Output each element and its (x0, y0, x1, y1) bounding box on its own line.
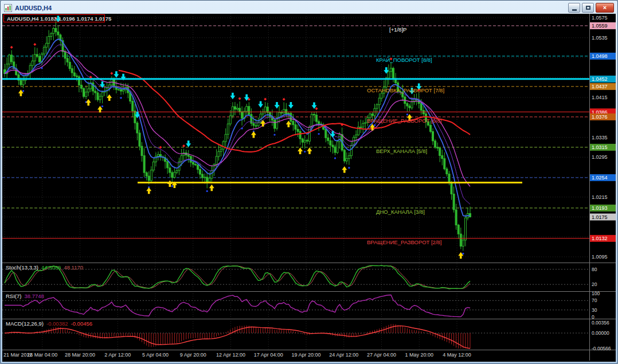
svg-text:1 May 20:00: 1 May 20:00 (405, 352, 433, 358)
svg-text:28 Mar 20:00: 28 Mar 20:00 (65, 352, 95, 358)
svg-text:0.00356: 0.00356 (592, 320, 609, 326)
svg-text:Stoch(13,3,3)44.308948.1170: Stoch(13,3,3)44.308948.1170 (6, 264, 83, 271)
svg-text:1.0415: 1.0415 (592, 95, 608, 100)
svg-text:1.0193: 1.0193 (592, 205, 608, 211)
close-button[interactable]: × (596, 3, 614, 13)
svg-text:КРАЙ_ПОВОРОТ [8/8]: КРАЙ_ПОВОРОТ [8/8] (376, 57, 432, 63)
svg-text:1.0437: 1.0437 (592, 84, 608, 89)
window-controls: × (566, 3, 614, 13)
symbol-info: AUDUSD,H4 1.0182 1.0196 1.0174 1.0175 (4, 15, 112, 22)
fractal-low-dot (171, 185, 173, 187)
svg-text:17 Apr 04:00: 17 Apr 04:00 (254, 352, 283, 358)
svg-text:-0.00566: -0.00566 (592, 346, 611, 351)
svg-text:5 Apr 04:00: 5 Apr 04:00 (142, 352, 169, 358)
window-title: AUDUSD,H4 (15, 5, 52, 11)
svg-text:19 Apr 20:00: 19 Apr 20:00 (291, 352, 320, 358)
chart-icon (4, 4, 12, 12)
svg-text:1.0315: 1.0315 (592, 144, 608, 150)
svg-text:1.0215: 1.0215 (592, 194, 608, 200)
restore-icon (586, 6, 590, 10)
svg-text:ОСТАНОВКА_РАЗВОРОТ [7/8]: ОСТАНОВКА_РАЗВОРОТ [7/8] (367, 87, 444, 93)
svg-text:24 Apr 12:00: 24 Apr 12:00 (329, 352, 358, 358)
fractal-low-dot (348, 167, 350, 169)
fractal-low-dot (318, 133, 319, 135)
svg-text:100: 100 (592, 291, 600, 296)
svg-text:0.00000: 0.00000 (592, 330, 609, 336)
svg-text:2 Apr 12:00: 2 Apr 12:00 (104, 352, 131, 358)
svg-text:AUDUSD,H4 1.0182 1.0196 1.0174: AUDUSD,H4 1.0182 1.0196 1.0174 1.0175 (7, 15, 112, 22)
fractal-low-dot (304, 151, 306, 152)
svg-text:RSI(7)38.7748: RSI(7)38.7748 (6, 293, 44, 299)
svg-text:26 Mar 04:00: 26 Mar 04:00 (27, 352, 57, 358)
svg-text:MACD(12,26,9)-0.00382-0.00456: MACD(12,26,9)-0.00382-0.00456 (6, 320, 92, 327)
fractal-low-dot (206, 190, 208, 192)
svg-text:1.0132: 1.0132 (592, 236, 608, 241)
restore-button[interactable] (582, 3, 594, 13)
svg-text:0: 0 (592, 314, 594, 320)
svg-text:1.0254: 1.0254 (592, 175, 608, 181)
fractal-low-dot (241, 127, 242, 129)
fractal-low-dot (374, 124, 376, 126)
fractal-low-dot (462, 253, 464, 255)
fractal-low-dot (41, 67, 42, 69)
minimize-icon (572, 9, 577, 11)
fractal-low-dot (273, 134, 275, 135)
svg-text:1.0335: 1.0335 (592, 135, 608, 140)
svg-text:ВЕРХ_КАНАЛА [5/8]: ВЕРХ_КАНАЛА [5/8] (376, 148, 427, 154)
mt4-chart-window: AUDUSD,H4 × AUDUSD,H4 1.0182 1.0196 1.01… (0, 0, 618, 364)
svg-text:1.0498: 1.0498 (592, 53, 608, 59)
svg-text:27 Apr 04:00: 27 Apr 04:00 (367, 352, 396, 358)
fractal-low-dot (22, 90, 24, 92)
svg-text:30: 30 (592, 307, 597, 313)
svg-text:1.0535: 1.0535 (592, 35, 608, 41)
svg-text:ВРАЩЕНИЕ_РАЗВОРОТ [2/8]: ВРАЩЕНИЕ_РАЗВОРОТ [2/8] (367, 239, 441, 245)
svg-text:9 Apr 20:00: 9 Apr 20:00 (180, 352, 206, 358)
fractal-low-dot (334, 157, 336, 159)
chart-canvas[interactable]: AUDUSD,H4 1.0182 1.0196 1.0174 1.0175[+1… (2, 14, 616, 361)
svg-text:20: 20 (592, 281, 597, 287)
svg-text:12 Apr 12:00: 12 Apr 12:00 (216, 352, 245, 358)
svg-text:1.0095: 1.0095 (592, 254, 608, 260)
svg-text:ВРАЩЕНИЕ_РАЗВОРОТ [6/8]: ВРАЩЕНИЕ_РАЗВОРОТ [6/8] (367, 118, 441, 124)
svg-text:1.0295: 1.0295 (592, 154, 608, 160)
svg-text:ДНО_КАНАЛА [3/8]: ДНО_КАНАЛА [3/8] (376, 209, 425, 215)
svg-text:1.0559: 1.0559 (592, 23, 608, 29)
svg-text:70: 70 (592, 298, 597, 303)
svg-text:1.0575: 1.0575 (592, 15, 608, 21)
svg-text:1.0376: 1.0376 (592, 114, 608, 120)
minimize-button[interactable] (568, 3, 580, 13)
svg-text:[+1/8]P: [+1/8]P (389, 26, 406, 33)
svg-text:1.0452: 1.0452 (592, 76, 608, 82)
fractal-low-dot (120, 97, 122, 99)
svg-text:4 May 12:00: 4 May 12:00 (443, 352, 471, 358)
svg-text:1.0175: 1.0175 (592, 214, 608, 220)
svg-text:80: 80 (592, 267, 597, 272)
fractal-low-dot (406, 113, 408, 115)
fractal-low-dot (101, 105, 103, 107)
titlebar[interactable]: AUDUSD,H4 × (2, 2, 616, 14)
chart-area[interactable]: AUDUSD,H4 1.0182 1.0196 1.0174 1.0175[+1… (2, 14, 616, 362)
